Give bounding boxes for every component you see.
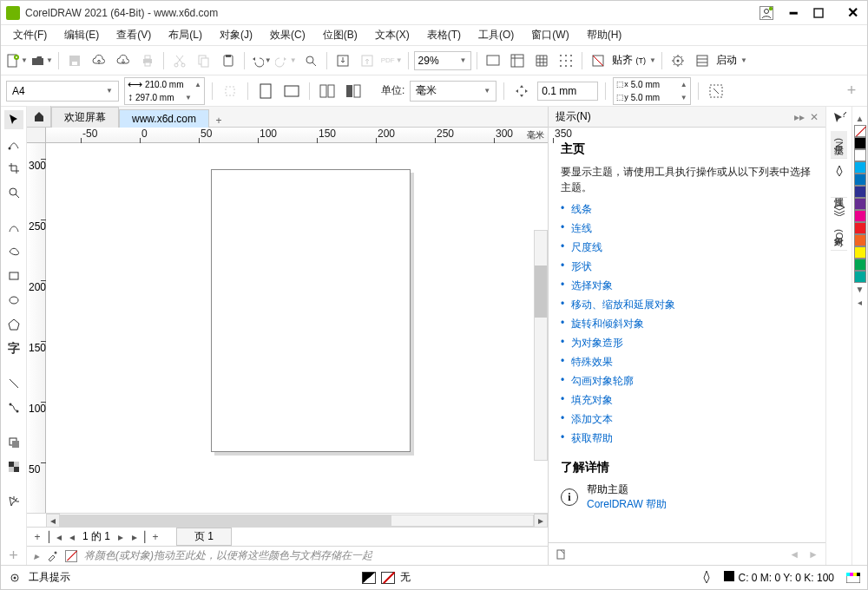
color-swatch[interactable] (854, 259, 866, 271)
paste-button[interactable] (218, 50, 239, 71)
show-guidelines-icon[interactable] (556, 50, 576, 71)
snap-off-icon[interactable] (588, 50, 608, 71)
menu-bitmap[interactable]: 位图(B) (314, 26, 366, 44)
docker-close-icon[interactable]: ✕ (810, 111, 819, 123)
landscape-button[interactable] (281, 81, 302, 102)
more-tools-icon[interactable] (4, 492, 23, 511)
redo-button[interactable]: ▼ (275, 54, 297, 68)
portrait-button[interactable] (255, 81, 276, 102)
options-button[interactable] (667, 50, 688, 71)
menu-view[interactable]: 查看(V) (108, 26, 160, 44)
menu-object[interactable]: 对象(J) (211, 26, 261, 44)
undo-button[interactable]: ▼ (250, 54, 272, 68)
ruler-horizontal[interactable]: -50050100150200250300350 毫米 (46, 128, 548, 143)
color-proof-icon[interactable] (846, 573, 860, 583)
drop-shadow-icon[interactable] (4, 433, 23, 452)
coreldraw-help-link[interactable]: CorelDRAW 帮助 (587, 497, 667, 512)
color-swatch[interactable] (854, 174, 866, 186)
color-swatch[interactable] (854, 198, 866, 210)
units-select[interactable]: 毫米▼ (410, 81, 496, 102)
no-color-swatch[interactable] (854, 125, 866, 137)
save-button[interactable] (64, 50, 85, 71)
add-prop-button[interactable]: + (841, 81, 862, 102)
color-swatch[interactable] (854, 137, 866, 149)
export-button[interactable] (357, 50, 378, 71)
minimize-button[interactable]: ━ (784, 6, 803, 20)
fill-indicator-icon[interactable] (362, 572, 376, 584)
menu-edit[interactable]: 编辑(E) (56, 26, 108, 44)
add-page-after-icon[interactable]: + (148, 530, 162, 544)
page-dimensions[interactable]: ⟷▲ ↕▼ (124, 77, 205, 105)
freehand-tool-icon[interactable] (4, 218, 23, 237)
rectangle-tool-icon[interactable] (4, 266, 23, 285)
last-page-icon[interactable]: ▸▕ (131, 530, 145, 544)
layers-stacked-icon[interactable] (831, 201, 848, 219)
help-pointer-icon[interactable]: ? (831, 110, 848, 128)
text-tool-icon[interactable]: 字 (4, 339, 23, 358)
duplicate-distance[interactable]: ⬚x▲ ⬚y▼ (613, 77, 690, 105)
copy-button[interactable] (194, 50, 214, 71)
current-page-icon[interactable] (343, 81, 364, 102)
hint-topic-link[interactable]: 获取帮助 (561, 431, 813, 446)
color-swatch[interactable] (854, 234, 866, 246)
eyedropper-icon[interactable] (46, 550, 58, 562)
parallel-dim-icon[interactable] (4, 374, 23, 393)
prev-page-icon[interactable]: ◂ (65, 530, 79, 544)
hint-topic-link[interactable]: 尺度线 (561, 240, 813, 255)
page-size-select[interactable]: A4▼ (6, 81, 119, 102)
hint-topic-link[interactable]: 特殊效果 (561, 355, 813, 370)
open-button[interactable]: ▼ (31, 54, 53, 68)
docker-tab-objects[interactable]: 对象(O) (831, 222, 847, 251)
zoom-tool-icon[interactable] (4, 183, 23, 202)
color-swatch[interactable] (854, 149, 866, 161)
palette-chevron-icon[interactable]: ▸ (34, 550, 39, 562)
color-swatch[interactable] (854, 161, 866, 174)
menu-help[interactable]: 帮助(H) (578, 26, 631, 44)
cloud-up-icon[interactable] (89, 50, 109, 71)
menu-text[interactable]: 文本(X) (366, 26, 418, 44)
pen-status-icon[interactable] (701, 571, 712, 585)
add-tool-button[interactable]: + (4, 546, 23, 565)
next-page-icon[interactable]: ▸ (114, 530, 128, 544)
hint-topic-link[interactable]: 连线 (561, 221, 813, 236)
hint-topic-link[interactable]: 为对象造形 (561, 336, 813, 351)
hint-topic-link[interactable]: 旋转和倾斜对象 (561, 317, 813, 331)
connector-tool-icon[interactable] (4, 398, 23, 417)
menu-file[interactable]: 文件(F) (4, 26, 56, 44)
maximize-button[interactable] (813, 8, 832, 18)
palette-down-icon[interactable]: ▼ (856, 283, 865, 296)
palette-expand-icon[interactable]: ◂ (858, 296, 862, 309)
auto-fit-page-icon[interactable] (220, 81, 240, 102)
search-button[interactable] (300, 50, 321, 71)
user-status-icon[interactable] (760, 6, 773, 20)
hints-forward-icon[interactable]: ► (808, 548, 819, 560)
hint-topic-link[interactable]: 形状 (561, 259, 813, 274)
hint-topic-link[interactable]: 移动、缩放和延展对象 (561, 298, 813, 312)
page-tab[interactable]: 页 1 (176, 528, 232, 546)
snap-to-dropdown[interactable]: 贴齐 (T)▼ (612, 53, 656, 68)
ellipse-tool-icon[interactable] (4, 291, 23, 310)
crop-tool-icon[interactable] (4, 159, 23, 178)
hints-back-icon[interactable]: ◄ (789, 548, 799, 560)
drawing-canvas[interactable] (46, 143, 548, 513)
welcome-tab[interactable]: 欢迎屏幕 (51, 107, 119, 128)
show-rulers-icon[interactable] (507, 50, 528, 71)
transparency-tool-icon[interactable] (4, 457, 23, 476)
menu-effects[interactable]: 效果(C) (261, 26, 314, 44)
menu-layout[interactable]: 布局(L) (160, 26, 211, 44)
docker-tab-properties[interactable]: 属性 (831, 183, 847, 198)
hint-topic-link[interactable]: 选择对象 (561, 279, 813, 293)
hint-topic-link[interactable]: 添加文本 (561, 412, 813, 427)
color-swatch[interactable] (854, 186, 866, 198)
zoom-level-input[interactable]: ▼ (414, 51, 471, 70)
edit-bounds-icon[interactable] (706, 81, 727, 102)
launch-dropdown[interactable]: 启动 ▼ (716, 53, 747, 68)
shape-tool-icon[interactable] (4, 134, 23, 154)
docker-collapse-icon[interactable]: ▸▸ (794, 111, 805, 123)
close-button[interactable]: ✕ (843, 4, 862, 21)
menu-table[interactable]: 表格(T) (418, 26, 470, 44)
color-swatch[interactable] (854, 210, 866, 222)
color-swatch[interactable] (854, 222, 866, 234)
home-tab-icon[interactable] (27, 106, 51, 127)
hint-topic-link[interactable]: 勾画对象轮廓 (561, 374, 813, 389)
